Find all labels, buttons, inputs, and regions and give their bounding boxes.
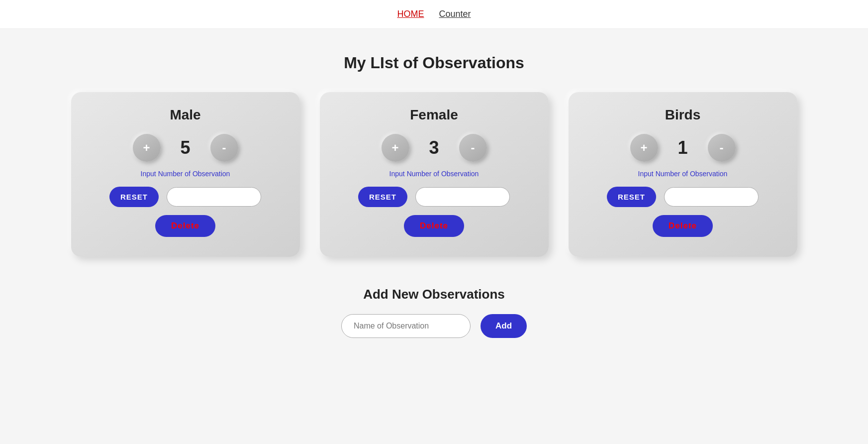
card-title-female: Female [410,107,458,123]
card-female: Female + 3 - Input Number of Observation… [320,92,549,257]
number-input-male[interactable] [167,187,261,207]
action-row-birds: RESET [588,187,777,207]
counter-row-female: + 3 - [382,134,487,162]
counter-link[interactable]: Counter [439,9,471,19]
name-of-observation-input[interactable] [341,314,471,338]
counter-value-birds: 1 [673,137,693,158]
number-input-female[interactable] [415,187,510,207]
delete-button-female[interactable]: Delete [404,215,464,237]
increment-button-male[interactable]: + [133,134,161,162]
delete-button-birds[interactable]: Delete [653,215,713,237]
counter-row-birds: + 1 - [630,134,736,162]
increment-button-birds[interactable]: + [630,134,658,162]
action-row-male: RESET [91,187,280,207]
card-title-birds: Birds [665,107,701,123]
counter-row-male: + 5 - [133,134,238,162]
cards-container: Male + 5 - Input Number of Observation R… [0,92,868,257]
decrement-button-birds[interactable]: - [708,134,736,162]
reset-button-male[interactable]: RESET [109,187,159,207]
page-title: My LIst of Observations [0,54,868,72]
reset-button-birds[interactable]: RESET [607,187,656,207]
delete-button-male[interactable]: Delete [155,215,215,237]
card-male: Male + 5 - Input Number of Observation R… [71,92,300,257]
home-link[interactable]: HOME [397,9,424,19]
add-button[interactable]: Add [481,314,527,338]
decrement-button-male[interactable]: - [210,134,238,162]
card-birds: Birds + 1 - Input Number of Observation … [569,92,797,257]
input-label-male: Input Number of Observation [141,170,230,178]
add-row: Add [341,314,527,338]
input-label-female: Input Number of Observation [389,170,479,178]
decrement-button-female[interactable]: - [459,134,487,162]
reset-button-female[interactable]: RESET [358,187,407,207]
counter-value-female: 3 [424,137,444,158]
add-section-title: Add New Observations [363,287,505,302]
add-section: Add New Observations Add [0,287,868,338]
action-row-female: RESET [340,187,529,207]
input-label-birds: Input Number of Observation [638,170,728,178]
increment-button-female[interactable]: + [382,134,409,162]
navbar: HOME Counter [0,0,868,29]
number-input-birds[interactable] [664,187,759,207]
card-title-male: Male [170,107,200,123]
counter-value-male: 5 [176,137,195,158]
